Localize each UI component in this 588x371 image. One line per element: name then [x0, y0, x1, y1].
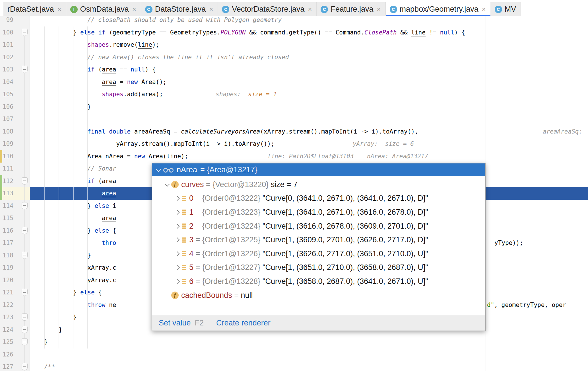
- fold-toggle-icon[interactable]: [22, 177, 28, 185]
- code-fragment: d", geometryType, oper: [487, 299, 566, 311]
- chevron-right-icon[interactable]: [174, 210, 180, 215]
- fold-toggle-icon[interactable]: [22, 338, 28, 345]
- line-number-125[interactable]: 125: [0, 336, 13, 349]
- line-number-116[interactable]: 116: [0, 225, 13, 237]
- array-element-icon: [182, 224, 186, 229]
- fold-toggle-icon[interactable]: [22, 363, 28, 370]
- line-number-127[interactable]: 127: [0, 361, 13, 371]
- code-token: shapes: [87, 41, 109, 48]
- variable-row-1[interactable]: 1 = {Order1@13223} "Curve[1, (3641.0, 26…: [152, 205, 485, 219]
- code-line-103[interactable]: if (area == null) {: [30, 63, 588, 76]
- close-icon[interactable]: ×: [377, 6, 381, 13]
- tab-osmdata-java[interactable]: IOsmData.java×: [66, 2, 141, 16]
- line-number-101[interactable]: 101: [0, 39, 13, 51]
- code-line-104[interactable]: area = new Area();: [30, 76, 588, 89]
- close-icon[interactable]: ×: [132, 6, 136, 13]
- code-line-100[interactable]: } else if (geometryType == GeometryTypes…: [30, 26, 588, 39]
- line-number-106[interactable]: 106: [0, 101, 13, 113]
- line-number-120[interactable]: 120: [0, 274, 13, 287]
- code-line-126[interactable]: [30, 349, 588, 361]
- set-value-link[interactable]: Set value: [159, 319, 191, 327]
- variable-row-0[interactable]: 0 = {Order0@13222} "Curve[0, (3641.0, 26…: [152, 192, 485, 206]
- code-token: Area nArea =: [87, 153, 134, 160]
- line-number-123[interactable]: 123: [0, 311, 13, 324]
- code-line-105[interactable]: shapes.add(area);: [30, 88, 588, 101]
- tab-rdataset-java[interactable]: rDataSet.java×: [3, 2, 66, 16]
- code-line-108[interactable]: final double areaAreaSq = calculateSurve…: [30, 126, 588, 138]
- line-number-111[interactable]: 111: [0, 163, 13, 175]
- tab-feature-java[interactable]: CFeature.java×: [317, 2, 385, 16]
- variable-row-cachedBounds[interactable]: fcachedBounds = null: [152, 288, 485, 302]
- code-line-109[interactable]: yArray.stream().mapToInt(i -> i).toArray…: [30, 138, 588, 150]
- code-token: if: [87, 178, 94, 185]
- chevron-right-icon[interactable]: [174, 237, 180, 242]
- tab-vectordatastore-java[interactable]: CVectorDataStore.java×: [218, 2, 317, 16]
- variable-row-3[interactable]: 3 = {Order1@13225} "Curve[1, (3609.0, 27…: [152, 233, 485, 247]
- line-number-107[interactable]: 107: [0, 113, 13, 126]
- fold-toggle-icon[interactable]: [22, 66, 28, 73]
- line-number-103[interactable]: 103: [0, 63, 13, 76]
- close-icon[interactable]: ×: [482, 6, 486, 13]
- line-number-104[interactable]: 104: [0, 76, 13, 89]
- fold-toggle-icon[interactable]: [22, 313, 28, 321]
- close-icon[interactable]: ×: [209, 6, 213, 13]
- code-token: ) {: [454, 29, 465, 36]
- line-number-122[interactable]: 122: [0, 299, 13, 311]
- close-icon[interactable]: ×: [57, 6, 61, 13]
- variable-row-4[interactable]: 4 = {Order1@13226} "Curve[1, (3626.0, 27…: [152, 247, 485, 261]
- variable-row-curves[interactable]: fcurves = {Vector@13220} size = 7: [152, 178, 485, 192]
- fold-toggle-icon[interactable]: [22, 29, 28, 36]
- create-renderer-link[interactable]: Create renderer: [216, 319, 271, 327]
- line-number-119[interactable]: 119: [0, 262, 13, 274]
- tab-mapbox-geometry-java[interactable]: Cmapbox/Geometry.java×: [386, 2, 491, 16]
- code-token: area: [102, 79, 116, 86]
- line-number-102[interactable]: 102: [0, 51, 13, 64]
- close-icon[interactable]: ×: [308, 6, 312, 13]
- line-number-100[interactable]: 100: [0, 26, 13, 39]
- tab-datastore-java[interactable]: CDataStore.java×: [141, 2, 218, 16]
- fold-toggle-icon[interactable]: [22, 326, 28, 333]
- variable-row-2[interactable]: 2 = {Order1@13224} "Curve[1, (3616.0, 26…: [152, 219, 485, 233]
- code-line-101[interactable]: shapes.remove(line);: [30, 39, 588, 51]
- chevron-right-icon[interactable]: [174, 224, 180, 229]
- fold-toggle-icon[interactable]: [22, 227, 28, 234]
- line-number-118[interactable]: 118: [0, 249, 13, 262]
- fold-toggle-icon[interactable]: [22, 252, 28, 259]
- popup-variable-value: = {Area@13217}: [200, 165, 257, 174]
- line-number-108[interactable]: 108: [0, 126, 13, 138]
- chevron-right-icon[interactable]: [174, 251, 180, 256]
- code-line-107[interactable]: [30, 113, 588, 126]
- indent: [30, 128, 87, 135]
- code-token: ==: [116, 66, 131, 73]
- code-line-102[interactable]: // new Area() closes the line if it isn'…: [30, 51, 588, 64]
- chevron-right-icon[interactable]: [174, 279, 180, 284]
- line-number-121[interactable]: 121: [0, 286, 13, 299]
- chevron-down-icon[interactable]: [156, 167, 161, 172]
- chevron-down-icon[interactable]: [164, 181, 170, 186]
- code-token: d": [487, 302, 494, 308]
- line-number-99[interactable]: 99: [0, 16, 13, 26]
- code-line-106[interactable]: }: [30, 101, 588, 113]
- variable-reference: = {Order1@13228}: [193, 277, 263, 286]
- chevron-right-icon[interactable]: [174, 265, 180, 270]
- fold-toggle-icon[interactable]: [22, 289, 28, 296]
- chevron-right-icon[interactable]: [174, 196, 180, 201]
- variable-row-5[interactable]: 5 = {Order1@13227} "Curve[1, (3651.0, 27…: [152, 261, 485, 275]
- line-number-105[interactable]: 105: [0, 88, 13, 101]
- line-number-114[interactable]: 114: [0, 200, 13, 212]
- line-number-115[interactable]: 115: [0, 212, 13, 225]
- tab-mv[interactable]: CMV: [491, 2, 521, 16]
- code-line-127[interactable]: /**: [30, 361, 588, 371]
- variable-row-6[interactable]: 6 = {Order1@13228} "Curve[1, (3658.0, 26…: [152, 274, 485, 288]
- line-number-126[interactable]: 126: [0, 349, 13, 361]
- code-token: i: [109, 202, 116, 209]
- popup-header-row[interactable]: nArea = {Area@13217}: [152, 163, 485, 176]
- code-line-125[interactable]: }: [30, 336, 588, 349]
- fold-toggle-icon[interactable]: [22, 202, 28, 209]
- variable-name: 0: [189, 194, 193, 203]
- line-number-124[interactable]: 124: [0, 324, 13, 336]
- line-number-109[interactable]: 109: [0, 138, 13, 150]
- tab-label: OsmData.java: [80, 5, 129, 14]
- line-number-117[interactable]: 117: [0, 237, 13, 249]
- code-line-99[interactable]: // closePath should only be used with Po…: [30, 16, 588, 26]
